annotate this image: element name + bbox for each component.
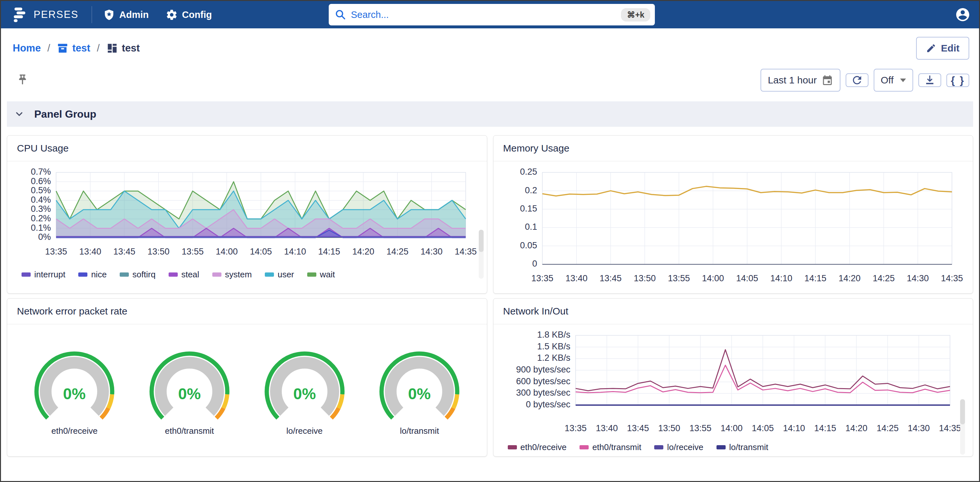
panel-header[interactable]: Network In/Out [493,298,973,324]
legend-item[interactable]: lo/receive [654,442,703,452]
legend-item[interactable]: lo/transmit [716,442,768,452]
svg-text:14:20: 14:20 [845,423,867,433]
edit-button[interactable]: Edit [916,37,969,60]
network-chart-legend: eth0/receiveeth0/transmitlo/receivelo/tr… [508,442,973,452]
pin-icon [15,73,30,87]
search-placeholder: Search... [351,10,621,20]
panel-group-header[interactable]: Panel Group [7,101,973,127]
network-in-out-chart[interactable]: 0 bytes/sec300 bytes/sec600 bytes/sec900… [493,330,973,438]
panel-title: Network error packet rate [17,306,127,317]
legend-item[interactable]: eth0/receive [508,442,567,452]
pin-button[interactable] [15,73,30,87]
svg-text:13:55: 13:55 [689,423,711,433]
svg-text:14:35: 14:35 [939,423,961,433]
nav-config[interactable]: Config [165,9,212,21]
panel-header[interactable]: Memory Usage [493,136,973,161]
legend-swatch [22,273,31,277]
svg-text:0.2: 0.2 [525,186,537,195]
legend-item[interactable]: wait [307,270,335,280]
json-view-button[interactable]: { } [947,74,969,87]
toolbar-right-group: Last 1 hour Off [760,69,969,92]
legend-scrollbar[interactable] [960,399,965,455]
svg-text:0%: 0% [63,385,86,403]
nav-config-label: Config [182,10,212,20]
nav-admin-label: Admin [119,10,149,20]
download-button[interactable] [918,73,941,87]
svg-text:14:05: 14:05 [250,247,272,257]
gauge-row[interactable]: 0%eth0/receive0%eth0/transmit0%lo/receiv… [7,330,487,436]
svg-text:14:15: 14:15 [318,247,340,257]
nav-admin[interactable]: Admin [103,9,149,21]
svg-text:900 bytes/sec: 900 bytes/sec [516,365,570,374]
panel-header[interactable]: Network error packet rate [7,298,487,324]
svg-text:1.2 KB/s: 1.2 KB/s [537,353,570,363]
memory-usage-chart[interactable]: 00.050.10.150.20.2513:3513:4013:4513:501… [493,167,973,287]
gauge[interactable]: 0%lo/receive [256,346,353,436]
svg-text:14:15: 14:15 [804,273,826,283]
gauge[interactable]: 0%eth0/receive [25,346,123,436]
calendar-icon [821,74,833,86]
account-avatar-button[interactable] [955,7,970,22]
legend-item[interactable]: steal [169,270,199,280]
svg-text:0.2%: 0.2% [31,214,51,223]
gauge-label: eth0/receive [51,426,97,436]
time-range-picker[interactable]: Last 1 hour [760,69,840,92]
search-shortcut-badge: ⌘+k [621,8,650,22]
legend-swatch [78,273,88,277]
legend-item[interactable]: softirq [120,270,156,280]
gauge[interactable]: 0%eth0/transmit [140,346,239,436]
breadcrumb-separator: / [47,42,50,54]
refresh-interval-select[interactable]: Off [874,69,913,92]
svg-text:0.1%: 0.1% [31,223,51,233]
svg-text:14:00: 14:00 [216,247,238,257]
breadcrumb-project-link[interactable]: test [57,42,90,54]
svg-text:13:45: 13:45 [113,247,136,257]
search-icon [335,9,346,21]
legend-item[interactable]: system [212,270,252,280]
svg-text:0 bytes/sec: 0 bytes/sec [526,400,570,409]
svg-text:300 bytes/sec: 300 bytes/sec [516,388,570,398]
search-input[interactable]: Search... ⌘+k [329,4,655,25]
legend-label: nice [91,270,107,280]
top-navbar: PERSES Admin Config [1,1,979,29]
panel-body: 0 bytes/sec300 bytes/sec600 bytes/sec900… [493,324,973,457]
legend-item[interactable]: interrupt [22,270,65,280]
svg-text:13:35: 13:35 [565,423,587,433]
legend-swatch [307,273,317,277]
cpu-usage-chart[interactable]: 0%0.1%0.2%0.3%0.4%0.5%0.6%0.7%13:3513:40… [7,167,487,265]
svg-text:13:55: 13:55 [181,247,204,257]
navbar-divider [92,6,92,23]
gauge[interactable]: 0%lo/transmit [371,346,468,436]
legend-swatch [508,445,517,449]
svg-text:13:50: 13:50 [147,247,170,257]
svg-text:14:05: 14:05 [752,423,774,433]
legend-label: steal [181,270,199,280]
legend-swatch [169,273,178,277]
legend-item[interactable]: eth0/transmit [579,442,641,452]
panel-network-error-rate: Network error packet rate 0%eth0/receive… [7,298,487,457]
shield-star-icon [103,9,115,21]
panel-body: 0%0.1%0.2%0.3%0.4%0.5%0.6%0.7%13:3513:40… [7,161,487,293]
svg-text:14:10: 14:10 [783,423,805,433]
svg-text:13:40: 13:40 [79,247,102,257]
refresh-button[interactable] [846,73,869,87]
breadcrumb-home-link[interactable]: Home [13,42,41,54]
perses-brand[interactable]: PERSES [11,6,79,24]
svg-text:600 bytes/sec: 600 bytes/sec [516,376,570,386]
legend-label: lo/receive [667,442,703,452]
breadcrumb: Home / test / test [13,42,140,54]
panel-header[interactable]: CPU Usage [7,136,487,161]
svg-text:14:25: 14:25 [387,247,409,257]
legend-label: user [278,270,294,280]
svg-text:13:50: 13:50 [634,273,656,283]
legend-item[interactable]: user [265,270,294,280]
svg-text:14:15: 14:15 [814,423,836,433]
gauge-label: lo/transmit [400,426,439,436]
legend-label: eth0/receive [520,442,567,452]
panel-title: Network In/Out [503,306,568,317]
legend-swatch [579,445,589,449]
panel-memory-usage: Memory Usage 00.050.10.150.20.2513:3513:… [493,135,974,293]
chevron-down-icon [900,79,906,82]
legend-scrollbar[interactable] [479,230,484,279]
legend-item[interactable]: nice [78,270,107,280]
